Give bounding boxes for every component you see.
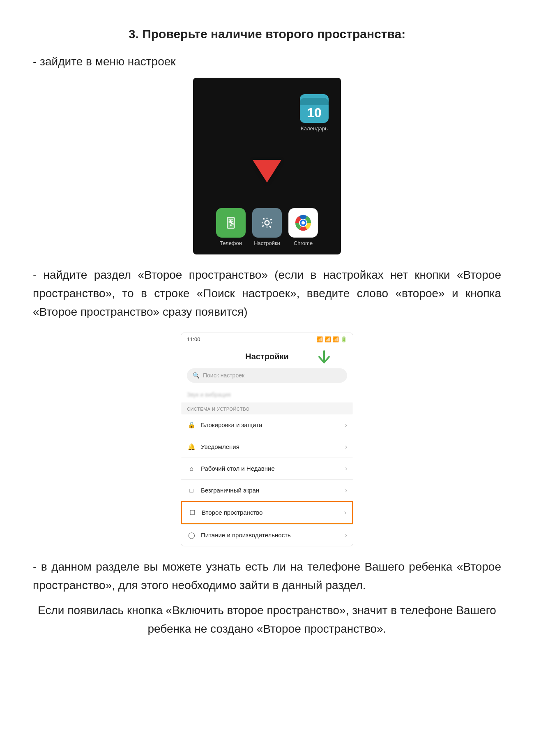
menu-label-notifications: Уведомления [201, 442, 340, 452]
settings-app-wrap: Настройки [252, 208, 282, 247]
phone-app-wrap: Телефон [216, 208, 246, 247]
menu-item-desktop[interactable]: ⌂ Рабочий стол и Недавние › [181, 458, 353, 479]
phone-screenshot: 10 Календарь Телефон [193, 78, 341, 254]
section-title: 3. Проверьте наличие второго пространств… [33, 25, 501, 43]
phone-icon [223, 215, 239, 231]
step1-text: - зайдите в меню настроек [33, 53, 501, 70]
menu-label-lock: Блокировка и защита [201, 421, 340, 430]
chevron-right-icon: › [345, 530, 347, 540]
menu-label-second-space: Второе пространство [202, 508, 339, 518]
red-arrow-icon [253, 160, 281, 183]
menu-label-desktop: Рабочий стол и Недавние [201, 464, 340, 474]
svg-point-0 [230, 224, 232, 226]
section-label: СИСТЕМА И УСТРОЙСТВО [181, 402, 353, 414]
step4-text: Если появилась кнопка «Включить второе п… [33, 601, 501, 638]
green-arrow-icon [316, 349, 332, 369]
chrome-icon [294, 214, 312, 232]
step3-text: - в данном разделе вы можете узнать есть… [33, 558, 501, 595]
menu-label-power: Питание и производительность [201, 531, 340, 540]
menu-item-notifications[interactable]: 🔔 Уведомления › [181, 436, 353, 458]
menu-item-second-space[interactable]: ❐ Второе пространство › [181, 501, 353, 524]
calendar-label: Календарь [301, 125, 328, 133]
calendar-number: 10 [307, 106, 322, 119]
settings-screenshot: 11:00 📶 📶 📶 🔋 Настройки 🔍 Поиск настроек [181, 333, 353, 546]
chrome-app-wrap: Chrome [288, 208, 318, 247]
search-box[interactable]: 🔍 Поиск настроек [187, 368, 347, 383]
bottom-app-icons: Телефон Настройки [193, 208, 341, 247]
blurred-settings-row: Звук и вибрация [181, 387, 353, 402]
status-bar: 11:00 📶 📶 📶 🔋 [181, 333, 353, 346]
menu-item-power[interactable]: ◯ Питание и производительность › [181, 524, 353, 546]
lock-icon: 🔒 [187, 421, 196, 430]
svg-point-5 [302, 221, 305, 224]
phone-app-label: Телефон [220, 239, 242, 247]
status-icons: 📶 📶 📶 🔋 [316, 335, 347, 344]
chevron-right-icon: › [345, 420, 347, 430]
step2-text: - найдите раздел «Второе пространство» (… [33, 266, 501, 321]
calendar-icon-container: 10 Календарь [300, 94, 329, 133]
chrome-app-icon [288, 208, 318, 238]
home-icon: ⌂ [187, 464, 196, 473]
chevron-right-icon: › [345, 486, 347, 495]
calendar-header [300, 98, 329, 105]
settings-title-row: Настройки [181, 346, 353, 366]
bell-icon: 🔔 [187, 442, 196, 451]
chevron-right-icon: › [345, 464, 347, 474]
search-icon: 🔍 [193, 371, 200, 380]
phone-screenshot-container: 10 Календарь Телефон [33, 78, 501, 254]
settings-app-icon [252, 208, 282, 238]
settings-title: Настройки [245, 350, 289, 363]
phone-app-icon [216, 208, 246, 238]
chevron-right-icon: › [345, 442, 347, 452]
copy-icon: ❐ [188, 508, 197, 517]
border-icon: □ [187, 486, 196, 495]
chrome-app-label: Chrome [294, 239, 313, 247]
menu-item-screen[interactable]: □ Безграничный экран › [181, 479, 353, 501]
status-time: 11:00 [187, 335, 200, 344]
settings-screenshot-container: 11:00 📶 📶 📶 🔋 Настройки 🔍 Поиск настроек [33, 333, 501, 546]
search-placeholder: Поиск настроек [203, 371, 244, 380]
calendar-icon: 10 [300, 94, 329, 123]
chevron-right-icon: › [344, 508, 346, 518]
menu-label-screen: Безграничный экран [201, 486, 340, 495]
menu-item-lock[interactable]: 🔒 Блокировка и защита › [181, 414, 353, 436]
settings-icon [259, 215, 275, 231]
settings-app-label: Настройки [254, 239, 280, 247]
power-icon: ◯ [187, 531, 196, 540]
